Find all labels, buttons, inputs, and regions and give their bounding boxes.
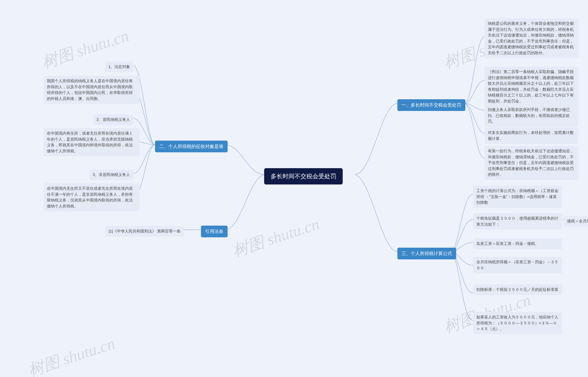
watermark: 树图 shutu.cn: [25, 333, 118, 377]
watermark: 树图 shutu.cn: [230, 213, 322, 262]
leaf-b2-2: 2、居民纳税义务人: [93, 114, 133, 125]
leaf-b4-0: [1]《中华人民共和国刑法》 第两百零一条: [105, 226, 184, 237]
leaf-b1-3: 对多次实施前两款行为，未经处理的，按照累计数额计算。: [485, 128, 578, 144]
mindmap-root: 多长时间不交税会受处罚: [264, 168, 343, 185]
branch-node-3: 三、个人所得税计算公式: [397, 248, 456, 259]
leaf-b3-1: 个税免征额是３５００，使用超额累进税率的计算方法如下：: [473, 213, 562, 230]
branch-node-2: 二、个人所得税的征收对象是谁: [155, 141, 228, 152]
leaf-b1-2: 扣缴义务人采取前款所列手段，不缴或者少缴已扣、已收税款，数额较大的，依照前款的规…: [485, 105, 578, 127]
leaf-b1-0: 纳税是公民的基本义务，个体营业者拖交和拒交都属于违法行为。行为人或单位有欠税的，…: [485, 18, 578, 58]
leaf-b1-4: 有第一款行为，经税务机关依法下达追缴通知后，补缴应纳税款，缴纳滞纳金，已受行政处…: [485, 146, 578, 180]
leaf-b3-0: 工资个税的计算公式为：应纳税额＝（工资薪金所得 －"五险一金"－扣除数）×适用税…: [473, 186, 562, 208]
leaf-b2-1: 我国个人所得税的纳税义务人是在中国境内居住有所得的人，以及不在中国境内居住而从中…: [44, 76, 140, 104]
leaf-b2-3: 在中国境内有住所，或者无住所而在境内居住满１年的个人，是居民纳税义务人，应当承担…: [44, 128, 140, 156]
leaf-b1-1: 《刑法》第二百零一条纳税人采取欺骗、隐瞒手段进行虚假纳税申报或者不申报，逃避缴纳…: [485, 67, 578, 106]
branch-node-4: 引用法条: [201, 226, 228, 237]
leaf-b3-5: 如果某人的工资收入为５０００元，他应纳个人所得税为：（５０００—３５００）×３％…: [473, 312, 562, 334]
leaf-b2-5: 在中国境内无住所又不居住或者无住所而在境内居住不满一年的个人，是非居民纳税义务人…: [44, 183, 140, 211]
branch-node-1: 一、多长时间不交税会受处罚: [397, 99, 465, 111]
leaf-b3-2: 实发工资＝应发工资－四金－缴税。: [473, 238, 562, 249]
leaf-b2-0: 1、法定对象: [105, 62, 133, 72]
leaf-b3-sub: 缴税＝全月应纳税所得额＊税率－速算扣除数: [564, 216, 588, 226]
leaf-b3-3: 全月应纳税所得额＝（应发工资－四金）－３５００: [473, 257, 562, 273]
leaf-b2-4: 3、非居民纳税义务人: [90, 170, 133, 180]
leaf-b3-4: 扣除标准：个税按３５００元／月的起征标准算: [473, 284, 562, 295]
